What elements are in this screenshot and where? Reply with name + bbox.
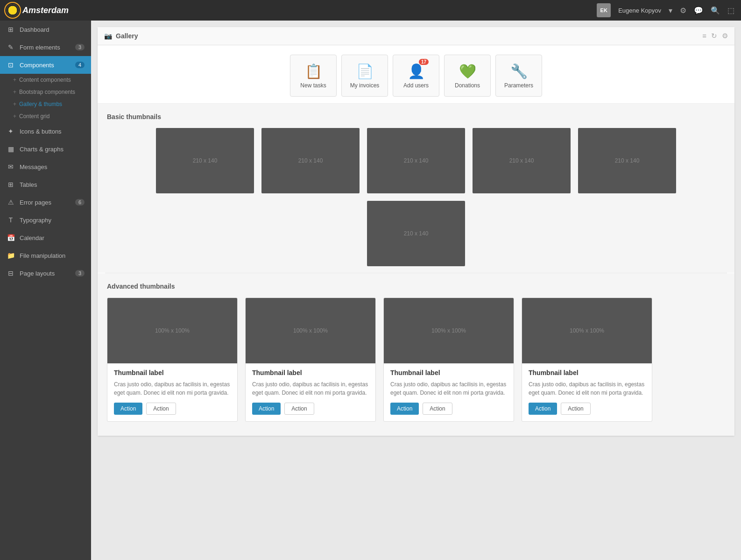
adv-thumb-4-size: 100% x 100% [570,327,604,334]
sidebar-sub-gallery-thumbs[interactable]: Gallery & thumbs [0,98,91,110]
sub-content-grid-label: Content grid [19,113,49,120]
sidebar-item-typography[interactable]: T Typography [0,211,91,229]
sign-out-icon[interactable]: ⬚ [727,6,734,15]
refresh-icon[interactable]: ↻ [711,32,717,40]
qa-parameters[interactable]: 🔧 Parameters [495,55,542,97]
form-elements-badge: 3 [75,44,85,50]
sidebar-label-page-layouts: Page layouts [20,270,55,277]
adv-actions-2: Action Action [252,403,369,415]
qa-donations-label: Donations [455,82,480,89]
error-icon: ⚠ [7,198,15,206]
page-title: Gallery [116,32,138,40]
sub-bootstrap-components-label: Bootstrap components [19,89,75,95]
form-icon: ✎ [7,43,15,51]
main-content: 📷 Gallery ≡ ↻ ⚙ 📋 New tasks 📄 My invoice… [91,21,741,560]
sidebar-item-tables[interactable]: ⊞ Tables [0,176,91,193]
adv-action-primary-1[interactable]: Action [114,403,142,415]
sidebar-item-messages[interactable]: ✉ Messages [0,158,91,176]
adv-action-default-4[interactable]: Action [561,403,590,415]
topbar-right: EK Eugene Kopyov ▾ ⚙ 💬 🔍 ⬚ [597,3,734,17]
adv-action-default-3[interactable]: Action [423,403,452,415]
typography-icon: T [7,216,15,224]
sidebar-item-file-manipulation[interactable]: 📁 File manipulation [0,247,91,264]
basic-thumb-6: 210 x 140 [367,201,465,266]
card-title-area: 📷 Gallery [104,32,138,40]
sun-icon [7,4,19,16]
sidebar-item-error-pages[interactable]: ⚠ Error pages 6 [0,193,91,211]
sidebar-item-components[interactable]: ⊡ Components 4 [0,56,91,74]
chevron-down-icon[interactable]: ▾ [669,6,672,15]
settings-icon[interactable]: ⚙ [722,32,728,40]
quick-access-bar: 📋 New tasks 📄 My invoices 17 👤 Add users… [98,45,734,104]
adv-action-default-1[interactable]: Action [146,403,176,415]
avatar[interactable]: EK [597,3,611,17]
calendar-icon: 📅 [7,234,15,241]
sidebar-item-dashboard[interactable]: ⊞ Dashboard [0,21,91,38]
qa-new-tasks[interactable]: 📋 New tasks [290,55,337,97]
layout: ⊞ Dashboard ✎ Form elements 3 ⊡ Componen… [0,21,741,560]
basic-thumb-1: 210 x 140 [156,128,254,193]
adv-thumb-2-size: 100% x 100% [293,327,328,334]
sidebar-label-file-manipulation: File manipulation [20,252,65,259]
qa-donations[interactable]: 💚 Donations [444,55,491,97]
topbar: Amsterdam EK Eugene Kopyov ▾ ⚙ 💬 🔍 ⬚ [0,0,741,21]
sub-content-components-label: Content components [19,77,71,83]
gear-icon[interactable]: ⚙ [680,6,686,15]
basic-thumbs-grid: 210 x 140 210 x 140 210 x 140 210 x 140 … [107,128,725,266]
advanced-thumbs-grid: 100% x 100% Thumbnail label Cras justo o… [107,298,725,422]
sidebar-item-page-layouts[interactable]: ⊟ Page layouts 3 [0,264,91,282]
sidebar-item-charts-graphs[interactable]: ▦ Charts & graphs [0,140,91,158]
adv-action-default-2[interactable]: Action [284,403,314,415]
list-icon[interactable]: ≡ [702,32,706,40]
qa-add-users[interactable]: 17 👤 Add users [393,55,439,97]
adv-body-1: Thumbnail label Cras justo odio, dapibus… [107,363,237,421]
sidebar-label-dashboard: Dashboard [20,26,49,33]
parameters-icon: 🔧 [510,63,528,79]
adv-card-2: 100% x 100% Thumbnail label Cras justo o… [245,298,376,422]
adv-action-primary-4[interactable]: Action [529,403,557,415]
adv-body-4: Thumbnail label Cras justo odio, dapibus… [522,363,652,421]
sidebar-label-tables: Tables [20,181,37,188]
sidebar-item-icons-buttons[interactable]: ✦ Icons & buttons [0,122,91,140]
adv-thumb-3-size: 100% x 100% [431,327,466,334]
qa-my-invoices-label: My invoices [350,82,380,89]
adv-actions-4: Action Action [529,403,645,415]
adv-label-3: Thumbnail label [390,369,507,376]
adv-label-2: Thumbnail label [252,369,369,376]
dashboard-icon: ⊞ [7,26,15,33]
adv-thumb-1-size: 100% x 100% [155,327,190,334]
brand-name: Amsterdam [22,6,69,15]
adv-thumb-3: 100% x 100% [384,298,514,363]
adv-label-4: Thumbnail label [529,369,645,376]
adv-action-primary-2[interactable]: Action [252,403,281,415]
adv-card-3: 100% x 100% Thumbnail label Cras justo o… [383,298,514,422]
adv-actions-3: Action Action [390,403,507,415]
adv-text-2: Cras justo odio, dapibus ac facilisis in… [252,380,369,397]
basic-thumbnails-title: Basic thumbnails [107,113,725,121]
card-header-icons: ≡ ↻ ⚙ [702,32,728,40]
add-users-badge: 17 [419,59,429,65]
basic-thumbnails-section: Basic thumbnails 210 x 140 210 x 140 210… [98,104,734,273]
qa-add-users-label: Add users [403,82,429,89]
adv-action-primary-3[interactable]: Action [390,403,419,415]
qa-my-invoices[interactable]: 📄 My invoices [341,55,388,97]
gallery-card: 📷 Gallery ≡ ↻ ⚙ 📋 New tasks 📄 My invoice… [98,27,734,436]
user-name[interactable]: Eugene Kopyov [618,7,661,14]
sidebar-label-icons-buttons: Icons & buttons [20,128,62,135]
chat-icon[interactable]: 💬 [694,6,703,15]
my-invoices-icon: 📄 [356,63,374,79]
brand-logo[interactable]: Amsterdam [7,4,69,16]
sidebar-item-form-elements[interactable]: ✎ Form elements 3 [0,38,91,56]
sidebar-sub-content-components[interactable]: Content components [0,74,91,86]
sidebar-sub-content-grid[interactable]: Content grid [0,110,91,122]
components-icon: ⊡ [7,61,15,69]
messages-icon: ✉ [7,163,15,170]
icons-icon: ✦ [7,128,15,135]
sidebar-sub-bootstrap-components[interactable]: Bootstrap components [0,86,91,98]
sidebar-item-calendar[interactable]: 📅 Calendar [0,229,91,247]
adv-label-1: Thumbnail label [114,369,231,376]
adv-thumb-1: 100% x 100% [107,298,237,363]
page-layouts-badge: 3 [75,270,85,276]
search-icon[interactable]: 🔍 [711,6,720,15]
adv-body-2: Thumbnail label Cras justo odio, dapibus… [246,363,375,421]
